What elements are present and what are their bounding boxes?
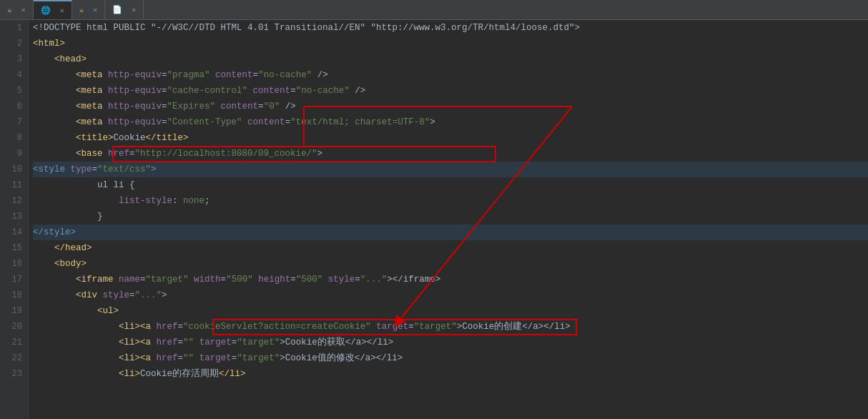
code-line-18: <div style="..."> xyxy=(33,287,868,303)
code-line-23: <li>Cookie的存活周期</li> xyxy=(33,366,868,382)
tab-close-base-servlet[interactable]: ✕ xyxy=(21,6,26,14)
code-line-12: list-style: none; xyxy=(33,193,868,209)
line-number-12: 12 xyxy=(6,193,22,209)
line-number-6: 6 xyxy=(6,99,22,114)
code-line-21: <li><a href="" target="target">Cookie的获取… xyxy=(33,335,868,350)
tab-web-xml[interactable]: 📄 ✕ xyxy=(105,0,144,19)
html-icon: 🌐 xyxy=(41,6,51,15)
line-number-22: 22 xyxy=(6,350,22,366)
line-number-5: 5 xyxy=(6,83,22,99)
line-number-18: 18 xyxy=(6,287,22,303)
line-number-15: 15 xyxy=(6,240,22,256)
tab-close-cookie-html[interactable]: ✕ xyxy=(60,6,64,15)
code-line-20: <li><a href="cookieServlet?action=create… xyxy=(33,319,868,335)
code-area: 1234567891011121314151617181920212223 <!… xyxy=(0,20,868,419)
tab-bar: ☕ ✕ 🌐 ✕ ☕ ✕ 📄 ✕ xyxy=(0,0,868,20)
line-number-19: 19 xyxy=(6,303,22,319)
line-number-20: 20 xyxy=(6,319,22,335)
java-icon-2: ☕ xyxy=(79,5,84,14)
code-line-9: <base href="http://localhost:8080/09_coo… xyxy=(33,146,868,162)
line-number-16: 16 xyxy=(6,256,22,272)
line-number-8: 8 xyxy=(6,130,22,146)
code-line-16: <body> xyxy=(33,256,868,272)
tab-close-cookie-servlet[interactable]: ✕ xyxy=(93,6,97,14)
code-line-22: <li><a href="" target="target">Cookie值的修… xyxy=(33,350,868,366)
tab-base-servlet[interactable]: ☕ ✕ xyxy=(0,0,34,19)
code-line-17: <iframe name="target" width="500" height… xyxy=(33,272,868,287)
code-line-15: </head> xyxy=(33,240,868,256)
line-number-23: 23 xyxy=(6,366,22,382)
code-line-4: <meta http-equiv="pragma" content="no-ca… xyxy=(33,67,868,83)
code-line-2: <html> xyxy=(33,36,868,51)
tab-close-web-xml[interactable]: ✕ xyxy=(132,6,136,14)
line-number-1: 1 xyxy=(6,20,22,36)
code-line-14: </style> xyxy=(33,225,868,240)
line-number-13: 13 xyxy=(6,209,22,225)
code-line-10: <style type="text/css"> xyxy=(33,162,868,177)
xml-icon: 📄 xyxy=(112,5,122,14)
line-number-2: 2 xyxy=(6,36,22,51)
code-line-13: } xyxy=(33,209,868,225)
code-line-19: <ul> xyxy=(33,303,868,319)
code-line-5: <meta http-equiv="cache-control" content… xyxy=(33,83,868,99)
code-content[interactable]: <!DOCTYPE html PUBLIC "-//W3C//DTD HTML … xyxy=(29,20,868,419)
code-line-7: <meta http-equiv="Content-Type" content=… xyxy=(33,114,868,130)
line-number-3: 3 xyxy=(6,51,22,67)
line-number-9: 9 xyxy=(6,146,22,162)
java-icon: ☕ xyxy=(7,5,12,14)
line-number-14: 14 xyxy=(6,225,22,240)
highlighted-href-value: "cookieServlet?action=createCookie" xyxy=(183,319,371,335)
tab-cookie-html[interactable]: 🌐 ✕ xyxy=(34,0,72,19)
code-line-6: <meta http-equiv="Expires" content="0" /… xyxy=(33,99,868,114)
line-number-11: 11 xyxy=(6,177,22,193)
code-line-11: ul li { xyxy=(33,177,868,193)
tab-cookie-servlet[interactable]: ☕ ✕ xyxy=(72,0,106,19)
code-line-3: <head> xyxy=(33,51,868,67)
line-numbers: 1234567891011121314151617181920212223 xyxy=(0,20,29,419)
line-number-21: 21 xyxy=(6,335,22,350)
code-line-1: <!DOCTYPE html PUBLIC "-//W3C//DTD HTML … xyxy=(33,20,868,36)
line-number-17: 17 xyxy=(6,272,22,287)
line-number-4: 4 xyxy=(6,67,22,83)
line-number-7: 7 xyxy=(6,114,22,130)
line-number-10: 10 xyxy=(6,162,22,177)
code-line-8: <title>Cookie</title> xyxy=(33,130,868,146)
